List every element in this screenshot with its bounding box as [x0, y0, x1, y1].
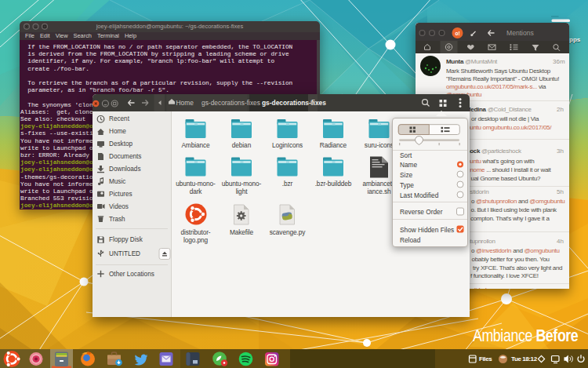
svg-text:Home: Home	[176, 99, 194, 107]
svg-text:o!: o!	[455, 31, 459, 36]
svg-text:gs-decorations-fixes: gs-decorations-fixes	[201, 99, 260, 107]
svg-text:Mentions: Mentions	[506, 29, 534, 37]
svg-text:gs-decorations-fixes: gs-decorations-fixes	[262, 99, 326, 107]
